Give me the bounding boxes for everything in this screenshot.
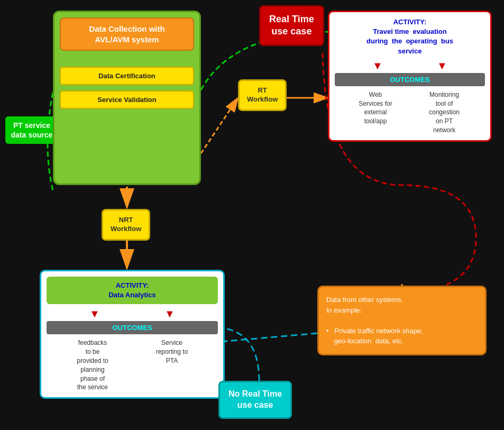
activity-rt-box: ACTIVITY: Travel time evaluation during … [328,11,492,142]
rt-outcome-1: WebServices forexternaltool/app [344,90,407,135]
activity-nrt-title: ACTIVITY: Data Analytics [47,277,218,304]
nrt-arrows-row: ▼ ▼ [47,308,218,319]
activity-nrt-box: ACTIVITY: Data Analytics ▼ ▼ OUTCOMES fe… [40,270,225,399]
nrt-outcomes-row: feedbacksto beprovided toplanningphase o… [47,338,218,392]
no-real-time-case-box: No Real Timeuse case [218,381,292,419]
nrt-outcome-2: Servicereporting toPTA [135,338,209,392]
rt-arrows-row: ▼ ▼ [335,60,485,71]
rt-outcomes-row: WebServices forexternaltool/app Monitori… [335,90,485,135]
nrt-outcomes-bar: OUTCOMES [47,321,218,334]
diagram-container: PT service data source Data Collection w… [0,0,504,430]
nrt-outcome-1: feedbacksto beprovided toplanningphase o… [56,338,130,392]
real-time-use-case-box: Real Timeuse case [259,5,324,46]
nrt-down-arrow-1: ▼ [89,308,100,319]
svg-line-14 [226,333,317,341]
nrt-workflow-box: NRTWorkflow [102,209,150,241]
rt-outcomes-bar: OUTCOMES [335,73,485,86]
rt-outcome-2: Monitoringtool ofcongestionon PTnetwork [413,90,476,135]
pt-service-label: PT service data source [5,116,58,144]
nrt-down-arrow-2: ▼ [164,308,175,319]
other-systems-box: Data from other systems.In example: • Pr… [317,286,487,355]
activity-rt-title: ACTIVITY: Travel time evaluation during … [335,17,485,56]
data-collection-header: Data Collection withAVL/AVM system [60,17,194,51]
service-validation-box: Service Validation [60,90,194,109]
svg-line-6 [201,98,238,153]
rt-down-arrow-2: ▼ [437,60,447,71]
rt-down-arrow-1: ▼ [372,60,383,71]
data-certification-box: Data Certification [60,67,194,85]
green-collection-box: Data Collection withAVL/AVM system Data … [53,11,201,185]
rt-workflow-box: RTWorkflow [238,79,287,111]
